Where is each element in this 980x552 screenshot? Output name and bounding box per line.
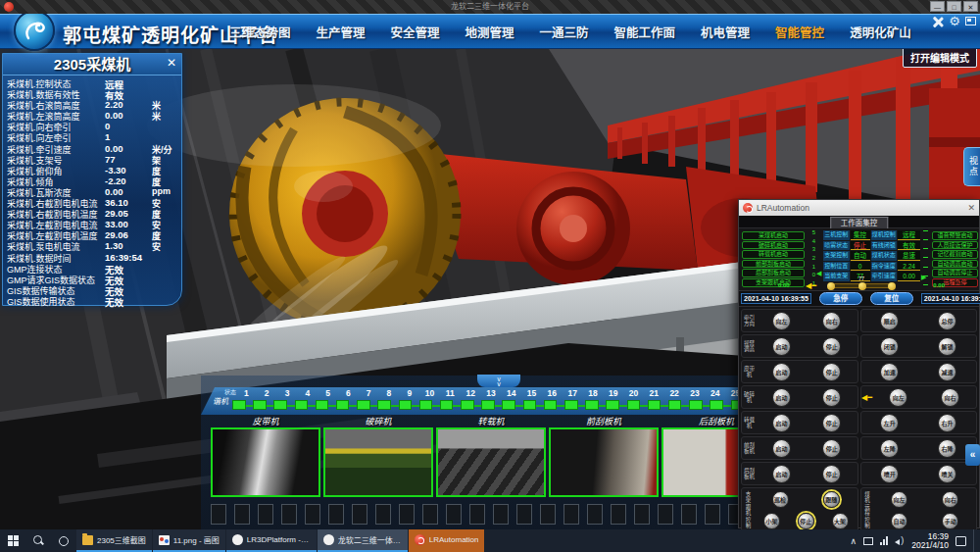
round-button[interactable]: 启动 (772, 439, 791, 458)
lr-function-button[interactable]: 自动调高停止 (932, 269, 978, 277)
filmstrip-slot[interactable] (705, 504, 720, 525)
round-button[interactable]: 解锁 (938, 337, 956, 356)
filmstrip-slot[interactable] (611, 504, 626, 525)
open-edit-mode-button[interactable]: 打开编辑模式 (903, 47, 977, 68)
nav-item[interactable]: 三维态势图 (229, 23, 291, 41)
filmstrip-slot[interactable] (234, 504, 250, 525)
nav-item[interactable]: 透明化矿山 (850, 23, 911, 41)
nav-item[interactable]: 地测管理 (466, 23, 514, 41)
tools-icon[interactable] (932, 16, 944, 27)
filmstrip-slot[interactable] (469, 504, 485, 525)
lr-function-button[interactable]: 语音预警启动 (932, 231, 978, 240)
round-button[interactable]: 左升 (880, 414, 899, 432)
round-button[interactable]: 顺启 (880, 312, 899, 330)
search-button[interactable] (25, 529, 51, 552)
start-button[interactable] (0, 529, 25, 552)
round-button[interactable]: 启动 (772, 363, 791, 381)
camera-thumbnail[interactable] (211, 427, 320, 497)
taskbar-app[interactable]: 龙软二三维一体化... (318, 529, 408, 552)
filmstrip-slot[interactable] (658, 504, 673, 525)
round-button[interactable]: 向左 (772, 312, 791, 330)
lr-function-button[interactable]: 采煤机启动 (742, 231, 805, 240)
show-desktop-button[interactable] (973, 529, 976, 552)
estop-button[interactable]: 急停 (819, 292, 862, 305)
round-button[interactable]: 右降 (938, 439, 956, 458)
filmstrip-slot[interactable] (422, 504, 438, 525)
slider-knob[interactable] (858, 282, 866, 290)
round-button[interactable]: 向右 (822, 312, 841, 330)
filmstrip-slot[interactable] (305, 504, 320, 525)
maximize-button[interactable]: □ (947, 1, 961, 12)
filmstrip-slot[interactable] (399, 504, 415, 525)
filmstrip-slot[interactable] (211, 504, 226, 525)
tab-workface-control[interactable]: 工作面集控 (830, 217, 889, 228)
round-button[interactable]: 跟随 (823, 491, 840, 508)
lr-function-button[interactable]: 自动调高启动 (932, 260, 978, 269)
filmstrip-slot[interactable] (493, 504, 509, 525)
notifications-icon[interactable] (956, 536, 966, 546)
nav-item[interactable]: 智能工作面 (614, 23, 676, 41)
cortana-button[interactable] (51, 529, 76, 552)
minimize-button[interactable]: — (930, 1, 945, 12)
round-button[interactable]: 右升 (938, 414, 956, 432)
round-button[interactable]: 减速 (938, 363, 956, 381)
filmstrip-slot[interactable] (564, 504, 579, 525)
close-button[interactable]: ✕ (963, 1, 978, 12)
round-button[interactable]: 启动 (772, 337, 791, 356)
filmstrip-slot[interactable] (540, 504, 556, 525)
round-button[interactable]: 喷开 (880, 465, 899, 483)
lr-close-icon[interactable]: ✕ (967, 203, 975, 213)
slider-knob[interactable] (888, 282, 896, 290)
taskbar-app[interactable]: LR3DPlatform - U... (226, 529, 317, 552)
taskbar-app[interactable]: 2305三维截图 (76, 529, 152, 552)
collapse-chevron-icon[interactable]: ∨∨ (477, 375, 520, 387)
round-button[interactable]: 停止 (822, 363, 841, 381)
network-icon[interactable] (880, 536, 888, 545)
round-button[interactable]: 启动 (772, 465, 791, 483)
round-button[interactable]: 总停 (938, 312, 956, 330)
nav-item[interactable]: 生产管理 (317, 23, 366, 41)
display-icon[interactable] (863, 537, 873, 545)
filmstrip-slot[interactable] (375, 504, 391, 525)
round-button[interactable]: 闭锁 (880, 337, 899, 356)
lr-function-button[interactable]: 后部刮板启动 (742, 269, 805, 277)
filmstrip-slot[interactable] (352, 504, 368, 525)
restore-window-icon[interactable] (965, 17, 976, 25)
filmstrip-slot[interactable] (587, 504, 603, 525)
tray-clock[interactable]: 16:39 2021/4/10 (911, 532, 949, 550)
round-button[interactable]: 小架 (763, 513, 780, 529)
nav-item[interactable]: 安全管理 (391, 23, 440, 41)
round-button[interactable]: 停止 (798, 513, 814, 529)
round-button[interactable]: 向左 (891, 491, 907, 508)
position-slider[interactable]: 0.00 ◀━ 77 0.00 (778, 279, 945, 291)
nav-item[interactable]: 一通三防 (540, 23, 589, 41)
round-button[interactable]: 巡检 (772, 491, 789, 508)
round-button[interactable]: 大架 (832, 513, 849, 529)
round-button[interactable]: 向右 (941, 388, 959, 407)
filmstrip-slot[interactable] (681, 504, 697, 525)
tray-expand-icon[interactable]: ∧ (851, 536, 858, 546)
round-button[interactable]: 停止 (822, 388, 841, 407)
round-button[interactable]: 停止 (822, 439, 841, 458)
lr-function-button[interactable]: 转载机启动 (742, 250, 805, 259)
round-button[interactable]: 手动 (942, 513, 958, 529)
camera-thumbnail[interactable] (549, 427, 659, 497)
round-button[interactable]: 向左 (889, 388, 907, 407)
lr-function-button[interactable]: 破碎机启动 (742, 241, 805, 250)
nav-item[interactable]: 智能管控 (775, 23, 824, 41)
round-button[interactable]: 喷关 (938, 465, 956, 483)
round-button[interactable]: 停止 (822, 337, 841, 356)
round-button[interactable]: 左降 (880, 439, 899, 458)
round-button[interactable]: 向右 (942, 491, 958, 508)
lr-function-button[interactable]: 人员接近保护 (932, 241, 978, 250)
volume-icon[interactable] (895, 536, 905, 546)
reset-button[interactable]: 复位 (870, 292, 913, 305)
viewpoint-tab[interactable]: 视点 (963, 147, 980, 186)
nav-item[interactable]: 机电管理 (701, 23, 750, 41)
camera-thumbnail[interactable] (323, 427, 433, 497)
round-button[interactable]: 加速 (880, 363, 899, 381)
filmstrip-slot[interactable] (516, 504, 532, 525)
slider-knob[interactable] (827, 282, 835, 290)
filmstrip-slot[interactable] (258, 504, 273, 525)
lr-function-button[interactable]: 记忆截割启动 (932, 250, 978, 259)
